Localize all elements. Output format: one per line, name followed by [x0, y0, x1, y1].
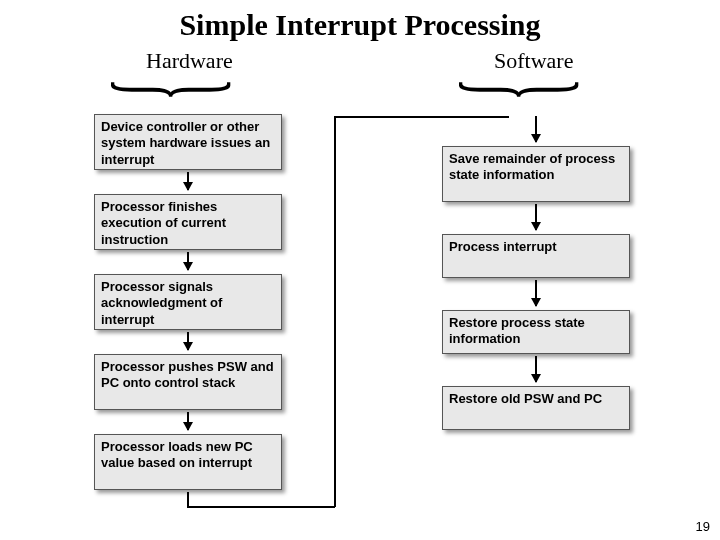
sw-arrow-3 — [535, 356, 537, 382]
hw-step-4: Processor pushes PSW and PC onto control… — [94, 354, 282, 410]
page-title: Simple Interrupt Processing — [0, 0, 720, 44]
connector-top-h — [334, 116, 509, 118]
sw-arrow-2 — [535, 280, 537, 306]
hw-arrow-2 — [187, 252, 189, 270]
software-label: Software — [494, 48, 573, 74]
sw-step-4: Restore old PSW and PC — [442, 386, 630, 430]
connector-mid-v — [334, 116, 336, 507]
hw-arrow-4 — [187, 412, 189, 430]
sw-step-1: Save remainder of process state informat… — [442, 146, 630, 202]
hardware-brace: } — [97, 78, 262, 101]
connector-into-sw — [535, 116, 537, 142]
hw-arrow-1 — [187, 172, 189, 190]
connector-bottom-h — [187, 506, 335, 508]
sw-arrow-1 — [535, 204, 537, 230]
connector-down — [187, 492, 189, 506]
sw-step-2: Process interrupt — [442, 234, 630, 278]
hw-arrow-3 — [187, 332, 189, 350]
diagram-container: Hardware Software } } Device controller … — [0, 44, 720, 524]
sw-step-3: Restore process state information — [442, 310, 630, 354]
hw-step-1: Device controller or other system hardwa… — [94, 114, 282, 170]
hw-step-3: Processor signals acknowledgment of inte… — [94, 274, 282, 330]
hardware-label: Hardware — [146, 48, 233, 74]
software-brace: } — [445, 78, 610, 101]
hw-step-2: Processor finishes execution of current … — [94, 194, 282, 250]
page-number: 19 — [696, 519, 710, 534]
hw-step-5: Processor loads new PC value based on in… — [94, 434, 282, 490]
